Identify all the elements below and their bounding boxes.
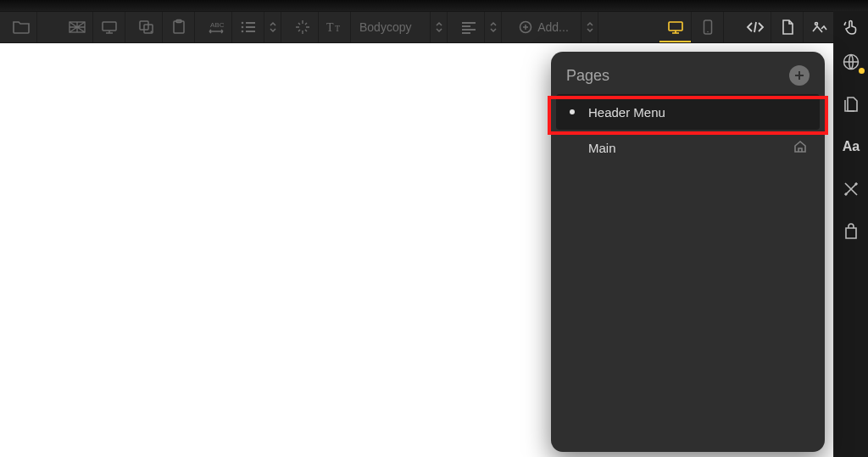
align-options-button[interactable] bbox=[485, 12, 502, 42]
right-side-rail: Aa bbox=[833, 43, 868, 457]
design-grid-button[interactable] bbox=[61, 12, 93, 42]
add-label: Add... bbox=[537, 20, 569, 34]
preview-desktop-button[interactable] bbox=[659, 12, 692, 42]
files-button[interactable] bbox=[5, 12, 37, 42]
typography-aa-icon: Aa bbox=[843, 139, 860, 154]
align-left-button[interactable] bbox=[453, 12, 485, 42]
svg-point-17 bbox=[815, 23, 817, 25]
device-monitor-button[interactable] bbox=[93, 12, 125, 42]
text-style-options-button[interactable] bbox=[431, 12, 448, 42]
clipboard-icon bbox=[170, 19, 187, 36]
bulleted-list-button[interactable] bbox=[232, 12, 264, 42]
svg-point-8 bbox=[241, 22, 243, 25]
page-row-header-menu[interactable]: Header Menu bbox=[556, 94, 820, 130]
new-page-button[interactable] bbox=[771, 12, 804, 42]
list-icon bbox=[240, 20, 257, 35]
svg-point-9 bbox=[241, 26, 243, 29]
preview-mobile-button[interactable] bbox=[692, 12, 724, 42]
page-row-main[interactable]: Main bbox=[556, 130, 820, 165]
bullet-icon bbox=[570, 109, 575, 114]
code-view-button[interactable] bbox=[739, 12, 771, 42]
typography-rail-button[interactable]: Aa bbox=[834, 131, 868, 162]
media-image-button[interactable] bbox=[804, 12, 836, 42]
main-toolbar: ABC T T Bodycopy bbox=[0, 11, 868, 43]
character-spacing-button[interactable]: ABC bbox=[200, 12, 232, 42]
svg-rect-1 bbox=[103, 22, 116, 31]
image-icon bbox=[810, 20, 829, 35]
add-options-button[interactable] bbox=[581, 12, 598, 42]
phone-icon bbox=[702, 19, 714, 36]
page-row-label: Header Menu bbox=[588, 105, 808, 120]
status-dot-icon bbox=[859, 68, 865, 74]
duplicate-button[interactable] bbox=[131, 12, 163, 42]
commerce-rail-button[interactable] bbox=[834, 216, 868, 247]
chevron-updown-icon bbox=[435, 20, 443, 34]
align-left-icon bbox=[460, 20, 477, 34]
duplicate-icon bbox=[137, 19, 156, 36]
magic-effects-button[interactable] bbox=[287, 12, 319, 42]
clipboard-button[interactable] bbox=[163, 12, 195, 42]
svg-rect-14 bbox=[669, 22, 682, 31]
text-format-button[interactable]: T T bbox=[319, 12, 351, 42]
top-stub bbox=[0, 0, 868, 11]
plus-icon bbox=[793, 70, 805, 81]
home-icon bbox=[793, 139, 808, 157]
page-row-label: Main bbox=[588, 141, 779, 155]
svg-point-4 bbox=[150, 31, 152, 33]
monitor-icon bbox=[100, 20, 119, 35]
text-style-select[interactable]: Bodycopy bbox=[351, 12, 431, 42]
page-icon bbox=[780, 19, 795, 36]
publish-button[interactable] bbox=[834, 47, 868, 77]
circle-plus-icon bbox=[519, 20, 532, 34]
chevron-updown-icon bbox=[489, 20, 498, 34]
layout-grid-icon bbox=[68, 20, 86, 35]
pages-panel-header: Pages bbox=[551, 52, 825, 94]
pages-stack-icon bbox=[843, 95, 860, 114]
pages-panel: Pages Header Menu Main bbox=[551, 52, 825, 452]
monitor-icon bbox=[666, 20, 685, 35]
tools-cross-icon bbox=[842, 180, 860, 198]
pages-rail-button[interactable] bbox=[834, 89, 868, 120]
add-page-button[interactable] bbox=[789, 65, 810, 86]
chevron-updown-icon bbox=[586, 20, 594, 34]
shopping-bag-icon bbox=[843, 222, 860, 241]
svg-point-10 bbox=[241, 31, 243, 33]
svg-text:T: T bbox=[335, 24, 340, 33]
svg-point-16 bbox=[707, 31, 709, 33]
text-style-label: Bodycopy bbox=[359, 20, 411, 34]
svg-text:ABC: ABC bbox=[210, 21, 225, 29]
add-component-button[interactable]: Add... bbox=[507, 12, 581, 42]
text-tt-icon: T T bbox=[326, 20, 344, 35]
tap-icon bbox=[842, 18, 860, 36]
folder-icon bbox=[12, 20, 31, 35]
pages-panel-title: Pages bbox=[566, 67, 609, 85]
list-options-button[interactable] bbox=[264, 12, 281, 42]
svg-text:T: T bbox=[326, 21, 334, 34]
interact-mode-button[interactable] bbox=[833, 11, 868, 43]
chevron-updown-icon bbox=[269, 20, 277, 34]
kerning-icon: ABC bbox=[206, 19, 226, 36]
sparkle-icon bbox=[294, 19, 311, 36]
globe-icon bbox=[842, 53, 860, 71]
design-tools-rail-button[interactable] bbox=[834, 174, 868, 204]
code-icon bbox=[745, 20, 765, 35]
